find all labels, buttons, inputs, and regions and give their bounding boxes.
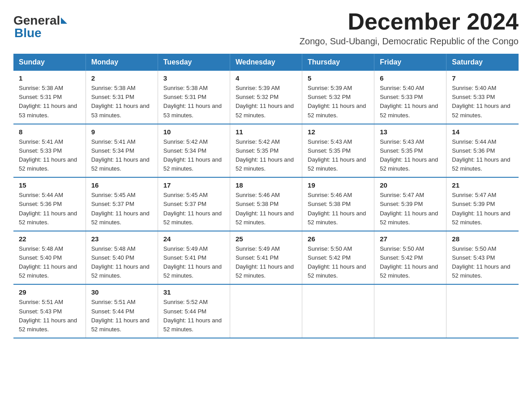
day-info: Sunrise: 5:38 AMSunset: 5:31 PMDaylight:… (91, 85, 150, 118)
day-number: 23 (91, 235, 152, 243)
calendar-cell: 20 Sunrise: 5:47 AMSunset: 5:39 PMDaylig… (374, 177, 446, 231)
calendar-cell: 18 Sunrise: 5:46 AMSunset: 5:38 PMDaylig… (230, 177, 302, 231)
calendar-cell: 10 Sunrise: 5:42 AMSunset: 5:34 PMDaylig… (158, 124, 230, 178)
calendar-week-row: 15 Sunrise: 5:44 AMSunset: 5:36 PMDaylig… (13, 177, 519, 231)
day-info: Sunrise: 5:48 AMSunset: 5:40 PMDaylight:… (19, 245, 77, 279)
day-number: 8 (19, 128, 80, 136)
day-info: Sunrise: 5:46 AMSunset: 5:38 PMDaylight:… (236, 192, 294, 225)
day-info: Sunrise: 5:50 AMSunset: 5:43 PMDaylight:… (452, 245, 510, 279)
day-info: Sunrise: 5:42 AMSunset: 5:35 PMDaylight:… (236, 138, 294, 172)
day-info: Sunrise: 5:49 AMSunset: 5:41 PMDaylight:… (163, 245, 222, 279)
day-number: 19 (308, 181, 369, 189)
col-header-saturday: Saturday (446, 54, 519, 71)
title-section: December 2024 Zongo, Sud-Ubangi, Democra… (300, 9, 519, 47)
day-number: 28 (452, 235, 513, 243)
calendar-week-row: 22 Sunrise: 5:48 AMSunset: 5:40 PMDaylig… (13, 231, 519, 285)
calendar-cell: 28 Sunrise: 5:50 AMSunset: 5:43 PMDaylig… (446, 231, 519, 285)
day-info: Sunrise: 5:49 AMSunset: 5:41 PMDaylight:… (236, 245, 294, 279)
calendar-cell: 7 Sunrise: 5:40 AMSunset: 5:33 PMDayligh… (446, 71, 519, 124)
day-info: Sunrise: 5:51 AMSunset: 5:43 PMDaylight:… (19, 299, 77, 332)
calendar-cell: 4 Sunrise: 5:39 AMSunset: 5:32 PMDayligh… (230, 71, 302, 124)
day-info: Sunrise: 5:40 AMSunset: 5:33 PMDaylight:… (380, 85, 438, 118)
col-header-monday: Monday (86, 54, 158, 71)
col-header-friday: Friday (374, 54, 446, 71)
calendar-cell: 2 Sunrise: 5:38 AMSunset: 5:31 PMDayligh… (86, 71, 158, 124)
day-number: 13 (380, 128, 441, 136)
day-number: 27 (380, 235, 441, 243)
day-number: 15 (19, 181, 80, 189)
day-number: 29 (19, 288, 80, 296)
calendar-cell: 14 Sunrise: 5:44 AMSunset: 5:36 PMDaylig… (446, 124, 519, 178)
day-number: 4 (236, 74, 296, 82)
day-info: Sunrise: 5:47 AMSunset: 5:39 PMDaylight:… (452, 192, 510, 225)
day-info: Sunrise: 5:38 AMSunset: 5:31 PMDaylight:… (19, 85, 77, 118)
col-header-sunday: Sunday (13, 54, 86, 71)
day-info: Sunrise: 5:39 AMSunset: 5:32 PMDaylight:… (308, 85, 366, 118)
calendar-cell: 19 Sunrise: 5:46 AMSunset: 5:38 PMDaylig… (302, 177, 374, 231)
col-header-tuesday: Tuesday (158, 54, 230, 71)
calendar-cell: 23 Sunrise: 5:48 AMSunset: 5:40 PMDaylig… (86, 231, 158, 285)
calendar-header-row: SundayMondayTuesdayWednesdayThursdayFrid… (13, 54, 519, 71)
day-info: Sunrise: 5:50 AMSunset: 5:42 PMDaylight:… (308, 245, 366, 279)
calendar-week-row: 29 Sunrise: 5:51 AMSunset: 5:43 PMDaylig… (13, 284, 519, 338)
day-number: 5 (308, 74, 369, 82)
day-number: 3 (163, 74, 224, 82)
day-info: Sunrise: 5:42 AMSunset: 5:34 PMDaylight:… (163, 138, 222, 172)
calendar-cell: 5 Sunrise: 5:39 AMSunset: 5:32 PMDayligh… (302, 71, 374, 124)
day-number: 21 (452, 181, 513, 189)
page-header: General Blue December 2024 Zongo, Sud-Ub… (13, 9, 519, 47)
calendar-cell: 31 Sunrise: 5:52 AMSunset: 5:44 PMDaylig… (158, 284, 230, 338)
day-info: Sunrise: 5:52 AMSunset: 5:44 PMDaylight:… (163, 299, 222, 332)
day-info: Sunrise: 5:46 AMSunset: 5:38 PMDaylight:… (308, 192, 366, 225)
day-number: 11 (236, 128, 296, 136)
day-number: 17 (163, 181, 224, 189)
day-number: 30 (91, 288, 152, 296)
day-number: 25 (236, 235, 296, 243)
day-number: 2 (91, 74, 152, 82)
calendar-cell: 29 Sunrise: 5:51 AMSunset: 5:43 PMDaylig… (13, 284, 86, 338)
calendar-cell: 1 Sunrise: 5:38 AMSunset: 5:31 PMDayligh… (13, 71, 86, 124)
day-number: 22 (19, 235, 80, 243)
calendar-cell: 26 Sunrise: 5:50 AMSunset: 5:42 PMDaylig… (302, 231, 374, 285)
day-info: Sunrise: 5:41 AMSunset: 5:33 PMDaylight:… (19, 138, 77, 172)
calendar-cell: 11 Sunrise: 5:42 AMSunset: 5:35 PMDaylig… (230, 124, 302, 178)
day-info: Sunrise: 5:39 AMSunset: 5:32 PMDaylight:… (236, 85, 294, 118)
calendar-cell: 21 Sunrise: 5:47 AMSunset: 5:39 PMDaylig… (446, 177, 519, 231)
calendar-cell: 12 Sunrise: 5:43 AMSunset: 5:35 PMDaylig… (302, 124, 374, 178)
calendar-cell: 30 Sunrise: 5:51 AMSunset: 5:44 PMDaylig… (86, 284, 158, 338)
day-info: Sunrise: 5:50 AMSunset: 5:42 PMDaylight:… (380, 245, 438, 279)
logo-arrow-icon (61, 17, 67, 24)
day-info: Sunrise: 5:45 AMSunset: 5:37 PMDaylight:… (91, 192, 150, 225)
calendar-table: SundayMondayTuesdayWednesdayThursdayFrid… (13, 54, 519, 338)
day-info: Sunrise: 5:48 AMSunset: 5:40 PMDaylight:… (91, 245, 150, 279)
day-number: 10 (163, 128, 224, 136)
calendar-cell: 24 Sunrise: 5:49 AMSunset: 5:41 PMDaylig… (158, 231, 230, 285)
day-info: Sunrise: 5:51 AMSunset: 5:44 PMDaylight:… (91, 299, 150, 332)
day-number: 9 (91, 128, 152, 136)
calendar-cell: 13 Sunrise: 5:43 AMSunset: 5:35 PMDaylig… (374, 124, 446, 178)
day-number: 18 (236, 181, 296, 189)
day-info: Sunrise: 5:44 AMSunset: 5:36 PMDaylight:… (452, 138, 510, 172)
day-number: 14 (452, 128, 513, 136)
main-title: December 2024 (300, 9, 519, 34)
day-number: 24 (163, 235, 224, 243)
day-info: Sunrise: 5:43 AMSunset: 5:35 PMDaylight:… (380, 138, 438, 172)
calendar-cell (374, 284, 446, 338)
col-header-wednesday: Wednesday (230, 54, 302, 71)
day-number: 16 (91, 181, 152, 189)
day-number: 7 (452, 74, 513, 82)
logo: General Blue (13, 9, 67, 40)
day-info: Sunrise: 5:38 AMSunset: 5:31 PMDaylight:… (163, 85, 222, 118)
calendar-cell: 8 Sunrise: 5:41 AMSunset: 5:33 PMDayligh… (13, 124, 86, 178)
logo-blue-label: Blue (14, 26, 42, 40)
day-number: 26 (308, 235, 369, 243)
day-info: Sunrise: 5:41 AMSunset: 5:34 PMDaylight:… (91, 138, 150, 172)
calendar-cell: 25 Sunrise: 5:49 AMSunset: 5:41 PMDaylig… (230, 231, 302, 285)
day-number: 31 (163, 288, 224, 296)
calendar-cell (230, 284, 302, 338)
calendar-cell (446, 284, 519, 338)
calendar-cell (302, 284, 374, 338)
day-info: Sunrise: 5:40 AMSunset: 5:33 PMDaylight:… (452, 85, 510, 118)
calendar-cell: 17 Sunrise: 5:45 AMSunset: 5:37 PMDaylig… (158, 177, 230, 231)
calendar-cell: 15 Sunrise: 5:44 AMSunset: 5:36 PMDaylig… (13, 177, 86, 231)
